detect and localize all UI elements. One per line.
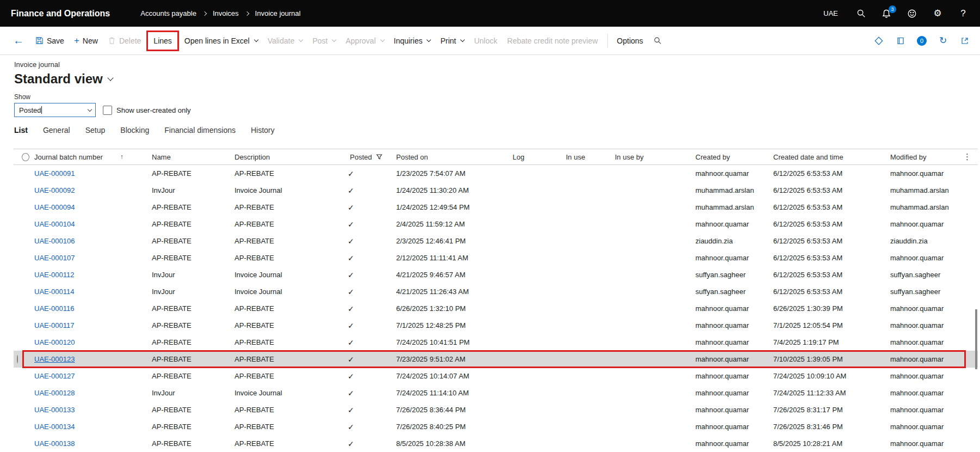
tab-financial-dimensions[interactable]: Financial dimensions [164, 126, 236, 135]
approval-button[interactable]: Approval [341, 33, 389, 49]
table-row[interactable]: UAE-000133 AP-REBATE AP-REBATE ✓ 7/26/20… [14, 401, 978, 418]
created-by-cell: mahnoor.quamar [691, 338, 768, 346]
company-selector[interactable]: UAE [820, 7, 841, 20]
inquiries-button[interactable]: Inquiries [389, 33, 436, 49]
posted-on-cell: 2/3/2025 12:46:41 PM [391, 237, 508, 245]
created-date-time-cell: 8/5/2025 10:28:21 AM [768, 439, 885, 448]
settings-gear-icon[interactable]: ⚙ [932, 8, 944, 20]
name-cell: AP-REBATE [147, 203, 230, 211]
breadcrumb-invoices[interactable]: Invoices [213, 9, 239, 17]
checkbox-box[interactable] [103, 106, 112, 115]
unlock-button[interactable]: Unlock [469, 33, 502, 49]
description-cell: Invoice Journal [230, 389, 345, 397]
open-lines-in-excel-button[interactable]: Open lines in Excel [180, 33, 263, 49]
back-arrow-icon[interactable]: ← [7, 32, 30, 49]
row-select-radio[interactable] [17, 355, 18, 363]
open-in-new-window-icon[interactable] [959, 35, 970, 46]
validate-button[interactable]: Validate [263, 33, 308, 49]
journal-batch-number-link[interactable]: UAE-000092 [34, 186, 75, 194]
journal-batch-number-link[interactable]: UAE-000128 [34, 389, 75, 397]
journal-batch-number-link[interactable]: UAE-000138 [34, 439, 75, 448]
column-header-created-by[interactable]: Created by [691, 153, 768, 161]
table-row[interactable]: UAE-000094 AP-REBATE AP-REBATE ✓ 1/24/20… [14, 199, 978, 216]
lines-button[interactable]: Lines [149, 33, 176, 49]
tab-history[interactable]: History [251, 126, 275, 135]
journal-batch-number-link[interactable]: UAE-000104 [34, 220, 75, 228]
rebate-credit-note-preview-button[interactable]: Rebate credit note preview [502, 33, 603, 49]
column-header-created-date-time[interactable]: Created date and time [768, 153, 885, 161]
journal-batch-number-link[interactable]: UAE-000116 [34, 304, 74, 313]
table-row[interactable]: UAE-000104 AP-REBATE AP-REBATE ✓ 2/4/202… [14, 216, 978, 233]
journal-batch-number-link[interactable]: UAE-000123 [34, 355, 75, 363]
tab-general[interactable]: General [43, 126, 70, 135]
message-center-badge[interactable]: 0 [917, 36, 927, 46]
journal-batch-number-link[interactable]: UAE-000117 [34, 321, 74, 329]
table-row[interactable]: UAE-000107 AP-REBATE AP-REBATE ✓ 2/12/20… [14, 249, 978, 266]
select-all-radio[interactable] [22, 153, 29, 161]
print-label: Print [440, 36, 456, 45]
column-header-log[interactable]: Log [508, 153, 561, 161]
table-row[interactable]: UAE-000127 AP-REBATE AP-REBATE ✓ 7/24/20… [14, 368, 978, 384]
print-button[interactable]: Print [435, 33, 469, 49]
table-row[interactable]: UAE-000123 AP-REBATE AP-REBATE ✓ 7/23/20… [14, 351, 978, 368]
name-cell: AP-REBATE [147, 423, 230, 431]
journal-batch-number-link[interactable]: UAE-000107 [34, 254, 75, 262]
lines-label: Lines [153, 36, 171, 45]
help-icon[interactable]: ? [957, 8, 969, 20]
new-button[interactable]: + New [69, 33, 103, 49]
grid-more-options-icon[interactable]: ⋮ [963, 152, 971, 162]
feedback-smiley-icon[interactable] [906, 8, 918, 20]
table-row[interactable]: UAE-000106 AP-REBATE AP-REBATE ✓ 2/3/202… [14, 233, 978, 249]
column-header-in-use-by[interactable]: In use by [610, 153, 691, 161]
view-selector[interactable]: Standard view [14, 71, 980, 87]
tab-setup[interactable]: Setup [85, 126, 106, 135]
column-header-in-use[interactable]: In use [561, 153, 610, 161]
table-row[interactable]: UAE-000116 AP-REBATE AP-REBATE ✓ 6/26/20… [14, 300, 978, 317]
power-apps-icon[interactable] [873, 35, 884, 46]
notifications-bell-icon[interactable]: 3 [880, 8, 892, 20]
column-header-journal-batch-number[interactable]: Journal batch number ↑ [29, 153, 147, 161]
search-icon[interactable] [855, 8, 867, 20]
save-button[interactable]: Save [30, 33, 69, 49]
table-row[interactable]: UAE-000117 AP-REBATE AP-REBATE ✓ 7/1/202… [14, 317, 978, 334]
column-header-name[interactable]: Name [147, 153, 230, 161]
tab-list[interactable]: List [14, 126, 28, 135]
options-button[interactable]: Options [612, 33, 648, 49]
task-guide-book-icon[interactable] [895, 35, 906, 46]
column-header-posted[interactable]: Posted [345, 153, 391, 161]
column-header-posted-on[interactable]: Posted on [391, 153, 508, 161]
table-row[interactable]: UAE-000114 InvJour Invoice Journal ✓ 4/2… [14, 283, 978, 300]
journal-batch-number-link[interactable]: UAE-000094 [34, 203, 75, 211]
post-button[interactable]: Post [307, 33, 341, 49]
journal-batch-number-link[interactable]: UAE-000134 [34, 423, 75, 431]
modified-by-cell: mahnoor.quamar [885, 355, 975, 363]
tab-blocking[interactable]: Blocking [120, 126, 149, 135]
breadcrumb-accounts-payable[interactable]: Accounts payable [140, 9, 196, 17]
table-row[interactable]: UAE-000134 AP-REBATE AP-REBATE ✓ 7/26/20… [14, 418, 978, 435]
journal-batch-number-link[interactable]: UAE-000133 [34, 406, 75, 414]
journal-batch-number-link[interactable]: UAE-000127 [34, 372, 75, 380]
delete-button[interactable]: Delete [103, 33, 146, 49]
journal-batch-number-link[interactable]: UAE-000106 [34, 237, 75, 245]
breadcrumb-invoice-journal[interactable]: Invoice journal [255, 9, 301, 17]
show-user-created-only-checkbox[interactable]: Show user-created only [103, 106, 191, 115]
table-row[interactable]: UAE-000112 InvJour Invoice Journal ✓ 4/2… [14, 266, 978, 283]
vertical-scrollbar[interactable] [975, 309, 977, 369]
column-header-description[interactable]: Description [230, 153, 345, 161]
app-title[interactable]: Finance and Operations [11, 9, 110, 19]
journal-batch-number-link[interactable]: UAE-000114 [34, 288, 74, 296]
journal-batch-number-link[interactable]: UAE-000091 [34, 169, 75, 178]
name-cell: AP-REBATE [147, 321, 230, 329]
table-row[interactable]: UAE-000128 InvJour Invoice Journal ✓ 7/2… [14, 384, 978, 401]
table-row[interactable]: UAE-000092 InvJour Invoice Journal ✓ 1/2… [14, 182, 978, 199]
action-search-icon[interactable] [648, 33, 667, 48]
journal-batch-number-link[interactable]: UAE-000120 [34, 338, 75, 346]
show-dropdown[interactable]: Posted [14, 103, 96, 117]
posted-on-cell: 7/24/2025 10:14:07 AM [391, 372, 508, 380]
table-row[interactable]: UAE-000120 AP-REBATE AP-REBATE ✓ 7/24/20… [14, 334, 978, 351]
column-header-modified-by[interactable]: Modified by [885, 153, 975, 161]
table-row[interactable]: UAE-000091 AP-REBATE AP-REBATE ✓ 1/23/20… [14, 165, 978, 182]
table-row[interactable]: UAE-000138 AP-REBATE AP-REBATE ✓ 8/5/202… [14, 435, 978, 452]
journal-batch-number-link[interactable]: UAE-000112 [34, 271, 74, 279]
refresh-icon[interactable]: ↻ [938, 35, 948, 46]
